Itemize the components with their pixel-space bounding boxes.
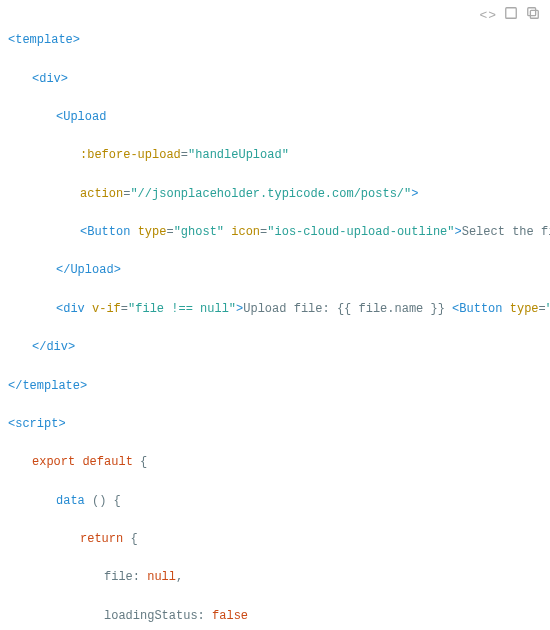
tag-close: > [73,33,80,47]
attr-val: "tex [546,302,550,316]
tag-close: > [68,340,75,354]
code-block: <template> <div> <Upload :before-upload=… [0,0,550,630]
tag-close: > [61,72,68,86]
attr-name: type [138,225,167,239]
expand-icon[interactable] [504,6,518,28]
tag-close: > [455,225,462,239]
svg-rect-2 [528,8,536,16]
kw: return [80,532,123,546]
attr-val: "handleUpload" [188,148,289,162]
false: false [212,609,248,623]
attr-val: "file !== null" [128,302,236,316]
sp [503,302,510,316]
brace: { [133,455,147,469]
tag-open: </ [32,340,46,354]
tag-name: Upload [70,263,113,277]
tag-close: > [114,263,121,277]
tag-close: > [411,187,418,201]
brace: () { [85,494,121,508]
prop: file: [104,570,147,584]
eq: = [181,148,188,162]
kw: export [32,455,75,469]
code-view-icon[interactable]: < > [480,6,496,28]
attr-name: :before-upload [80,148,181,162]
tag-open: </ [8,379,22,393]
text: Upload file: {{ file.name }} [243,302,452,316]
comma: , [176,570,183,584]
eq: = [166,225,173,239]
svg-rect-1 [530,10,538,18]
null: null [147,570,176,584]
tag-name: Button [87,225,130,239]
copy-icon[interactable] [526,6,540,28]
prop: loadingStatus: [104,609,212,623]
tag-name: div [39,72,61,86]
tag-open: </ [56,263,70,277]
method: data [56,494,85,508]
kw: default [82,455,132,469]
tag-name: template [15,33,73,47]
tag-name: Upload [63,110,106,124]
tag-name: Button [459,302,502,316]
tag-close: > [80,379,87,393]
text: Select the file [462,225,550,239]
tag-name: div [63,302,85,316]
sp [85,302,92,316]
svg-rect-0 [506,8,517,19]
attr-name: icon [231,225,260,239]
eq: = [539,302,546,316]
sp [130,225,137,239]
attr-name: type [510,302,539,316]
attr-val: "ghost" [174,225,224,239]
code-toolbar: < > [480,6,540,28]
attr-val: "ios-cloud-upload-outline" [267,225,454,239]
tag-close: > [58,417,65,431]
brace: { [123,532,137,546]
tag-name: script [15,417,58,431]
attr-name: action [80,187,123,201]
tag-name: div [46,340,68,354]
attr-val: "//jsonplaceholder.typicode.com/posts/" [130,187,411,201]
attr-name: v-if [92,302,121,316]
eq: = [121,302,128,316]
tag-name: template [22,379,80,393]
